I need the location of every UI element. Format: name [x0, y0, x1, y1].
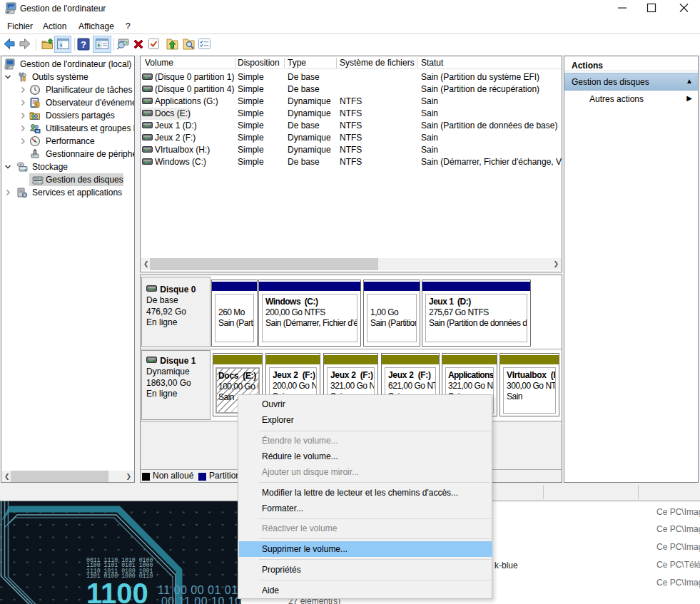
- svg-text:?: ?: [81, 39, 86, 50]
- svg-text:!: !: [36, 103, 38, 107]
